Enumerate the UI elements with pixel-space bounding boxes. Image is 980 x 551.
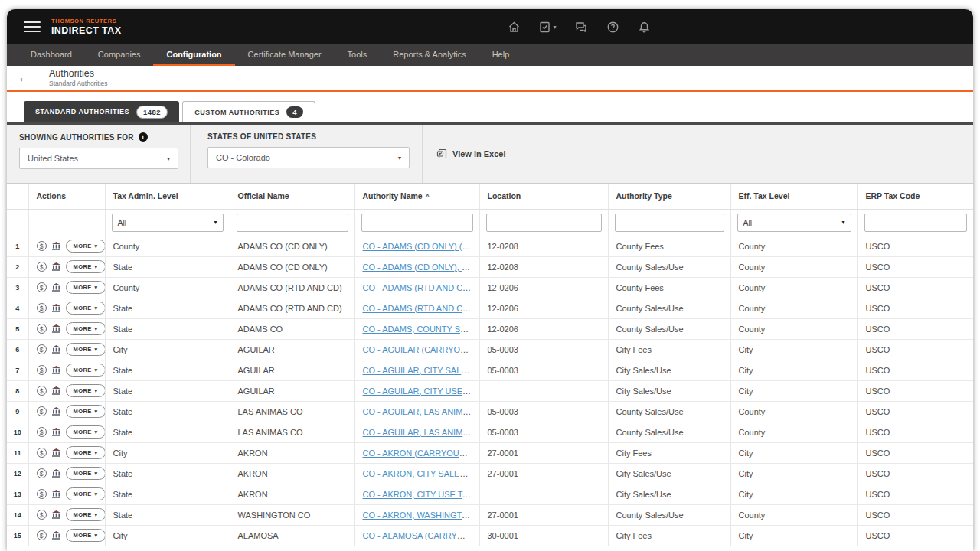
authority-name-link[interactable]: CO - ADAMS (CD ONLY), C...	[363, 262, 475, 272]
more-button[interactable]: MORE▾	[66, 322, 106, 335]
authority-name-link[interactable]: CO - AGUILAR, CITY USE T...	[363, 386, 476, 396]
rates-dollar-icon[interactable]: $	[37, 427, 47, 437]
back-button[interactable]: ←	[18, 70, 38, 86]
more-button[interactable]: MORE▾	[66, 425, 106, 439]
help-icon[interactable]	[606, 21, 619, 34]
filter-input-location[interactable]	[486, 214, 602, 232]
nav-item-configuration[interactable]: Configuration	[153, 44, 234, 66]
tab-custom-authorities[interactable]: CUSTOM AUTHORITIES 4	[182, 101, 315, 122]
column-header-rownum	[7, 184, 28, 209]
authority-name-link[interactable]: CO - AKRON, WASHINGTO...	[363, 510, 475, 520]
authority-bank-icon[interactable]	[51, 530, 61, 540]
authority-name-link[interactable]: CO - ADAMS (RTD AND CD)...	[363, 283, 479, 292]
authority-name-link[interactable]: CO - ADAMS (CD ONLY) (C...	[363, 242, 475, 251]
column-header-actions[interactable]: Actions	[28, 184, 105, 209]
authority-bank-icon[interactable]	[51, 241, 61, 251]
more-button[interactable]: MORE▾	[66, 467, 106, 480]
rates-dollar-icon[interactable]: $	[37, 468, 47, 478]
filter-input-authority-name[interactable]	[361, 214, 473, 232]
authority-name-link[interactable]: CO - AKRON, CITY USE TAX	[363, 490, 474, 499]
row-number: 3	[7, 277, 28, 298]
authority-bank-icon[interactable]	[51, 448, 61, 458]
rates-dollar-icon[interactable]: $	[37, 262, 47, 272]
authority-bank-icon[interactable]	[51, 282, 61, 292]
filter-input-authority-type[interactable]	[615, 214, 724, 232]
nav-item-certificate-manager[interactable]: Certificate Manager	[235, 44, 335, 66]
country-select[interactable]: United States ▾	[19, 148, 178, 169]
nav-item-dashboard[interactable]: Dashboard	[18, 44, 85, 66]
authority-bank-icon[interactable]	[51, 262, 61, 272]
tab-standard-authorities[interactable]: STANDARD AUTHORITIES 1482	[24, 101, 179, 122]
more-button[interactable]: MORE▾	[66, 240, 106, 253]
authority-name-link[interactable]: CO - AGUILAR, LAS ANIMA...	[363, 428, 475, 437]
more-button[interactable]: MORE▾	[66, 281, 106, 294]
filter-input-official-name[interactable]	[237, 214, 348, 232]
column-header-authority-name[interactable]: Authority Name^	[354, 184, 479, 209]
column-header-authority-type[interactable]: Authority Type	[608, 184, 730, 209]
more-button[interactable]: MORE▾	[66, 260, 106, 273]
rates-dollar-icon[interactable]: $	[37, 530, 47, 540]
authority-name-link[interactable]: CO - AGUILAR, CITY SALE...	[363, 366, 474, 375]
rates-dollar-icon[interactable]: $	[37, 241, 47, 251]
view-in-excel-button[interactable]: View in Excel	[427, 125, 506, 183]
rates-dollar-icon[interactable]: $	[37, 406, 47, 416]
excel-icon	[436, 148, 447, 159]
notifications-icon[interactable]	[638, 21, 651, 34]
authority-name-link[interactable]: CO - ADAMS, COUNTY SAL...	[363, 324, 478, 334]
state-select[interactable]: CO - Colorado ▾	[207, 147, 410, 168]
authority-name-link[interactable]: CO - ALAMOSA (CARRYOU...	[363, 531, 477, 540]
more-button[interactable]: MORE▾	[66, 529, 106, 542]
authority-name-cell: CO - ADAMS (CD ONLY) (C...	[354, 236, 479, 256]
authority-bank-icon[interactable]	[51, 406, 61, 416]
nav-item-companies[interactable]: Companies	[85, 44, 154, 66]
info-icon[interactable]: i	[139, 132, 148, 142]
authority-bank-icon[interactable]	[51, 386, 61, 396]
tasks-icon[interactable]: ▾	[539, 21, 556, 34]
column-header-location[interactable]: Location	[479, 184, 608, 209]
rates-dollar-icon[interactable]: $	[37, 303, 47, 313]
authority-bank-icon[interactable]	[51, 468, 61, 478]
authority-name-link[interactable]: CO - AKRON (CARRYOUT ...	[363, 448, 474, 458]
rates-dollar-icon[interactable]: $	[37, 510, 47, 520]
more-button[interactable]: MORE▾	[66, 446, 106, 459]
authority-name-link[interactable]: CO - AKRON, CITY SALES ...	[363, 469, 475, 478]
more-button[interactable]: MORE▾	[66, 508, 106, 521]
column-header-eff-tax-level[interactable]: Eff. Tax Level	[730, 184, 858, 209]
authority-name-link[interactable]: CO - ADAMS (RTD AND CD)...	[363, 304, 479, 313]
authority-bank-icon[interactable]	[51, 510, 61, 520]
menu-icon[interactable]	[24, 21, 41, 32]
rates-dollar-icon[interactable]: $	[37, 489, 47, 499]
more-button[interactable]: MORE▾	[66, 405, 106, 418]
more-button[interactable]: MORE▾	[66, 343, 106, 356]
authority-name-link[interactable]: CO - AGUILAR (CARRYOUT...	[363, 345, 478, 354]
nav-item-help[interactable]: Help	[479, 44, 523, 66]
filter-input-erp-tax-code[interactable]	[864, 214, 968, 232]
rates-dollar-icon[interactable]: $	[37, 448, 47, 458]
filter-select-tax-admin-level[interactable]: All▾	[112, 214, 224, 232]
nav-item-reports-analytics[interactable]: Reports & Analytics	[380, 44, 479, 66]
rates-dollar-icon[interactable]: $	[37, 365, 47, 375]
authority-bank-icon[interactable]	[51, 303, 61, 313]
column-header-tax-admin-level[interactable]: Tax Admin. Level	[105, 184, 230, 209]
authority-bank-icon[interactable]	[51, 365, 61, 375]
authority-name-cell: CO - ADAMS (CD ONLY), C...	[354, 256, 479, 277]
home-icon[interactable]	[508, 21, 521, 34]
authority-bank-icon[interactable]	[51, 324, 61, 334]
column-header-erp-tax-code[interactable]: ERP Tax Code	[858, 184, 973, 209]
more-button[interactable]: MORE▾	[66, 302, 106, 315]
messages-icon[interactable]	[574, 21, 588, 34]
rates-dollar-icon[interactable]: $	[37, 344, 47, 354]
nav-item-tools[interactable]: Tools	[335, 44, 381, 66]
authority-bank-icon[interactable]	[51, 344, 61, 354]
authority-bank-icon[interactable]	[51, 489, 61, 499]
more-button[interactable]: MORE▾	[66, 384, 106, 397]
authority-name-link[interactable]: CO - AGUILAR, LAS ANIMA...	[363, 407, 475, 416]
rates-dollar-icon[interactable]: $	[37, 282, 47, 292]
rates-dollar-icon[interactable]: $	[37, 386, 47, 396]
more-button[interactable]: MORE▾	[66, 364, 106, 377]
authority-bank-icon[interactable]	[51, 427, 61, 437]
rates-dollar-icon[interactable]: $	[37, 324, 47, 334]
filter-select-eff-tax-level[interactable]: All▾	[737, 214, 851, 232]
more-button[interactable]: MORE▾	[66, 487, 106, 500]
column-header-official-name[interactable]: Official Name	[230, 184, 354, 209]
